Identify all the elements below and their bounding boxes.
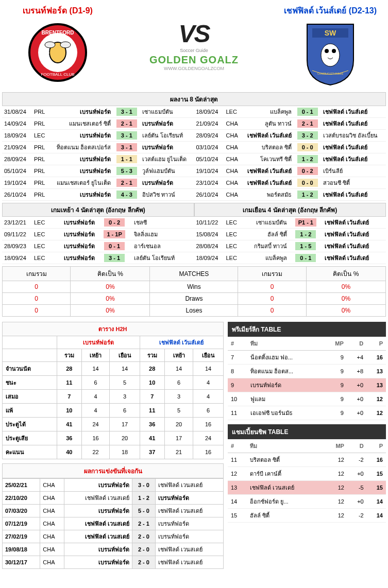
- standings-row: 7 น็อตติ้งแฮม ฟอ... 9 +4 16: [228, 351, 386, 365]
- meeting-score: 2 - 0: [132, 530, 155, 543]
- svg-text:FOOTBALL CLUB: FOOTBALL CLUB: [41, 72, 74, 77]
- match-home: ท็อตแนม ฮ็อตสเปอร์ส: [48, 142, 113, 153]
- h2h-val: 11: [57, 376, 81, 390]
- h2h-row: จำนวนนัด281414281414: [3, 362, 224, 376]
- match-comp: LEC: [32, 217, 48, 229]
- match-date: 23/10/24: [194, 177, 224, 189]
- match-comp: PRL: [32, 142, 48, 153]
- match-comp: LEC: [224, 106, 241, 118]
- away-team-name: เชฟฟิลด์ เว้นส์เดย์ (D2-13): [279, 4, 382, 17]
- match-row: 18/09/24 LEC เบรนท์ฟอร์ด 3 - 1 เลย์ตัน โ…: [2, 252, 194, 264]
- match-row: 18/09/24 LEC แบล็คพูล 0 - 1 เชฟฟิลด์ เว้…: [194, 106, 386, 118]
- match-score-cell: 0 - 0: [294, 177, 321, 189]
- h2h-val: 11: [140, 404, 164, 418]
- standings-pos: 13: [228, 481, 247, 495]
- standings-d: +0: [347, 392, 366, 406]
- meeting-away: เบรนท์ฟอร์ด: [155, 492, 223, 505]
- h2h-home-name: เบรนท์ฟอร์ด: [57, 336, 140, 349]
- svg-text:SW: SW: [325, 29, 336, 37]
- match-score-cell: 0 - 0: [294, 142, 321, 153]
- match-comp: LEC: [32, 130, 48, 142]
- match-date: 09/11/22: [2, 229, 32, 240]
- match-score: 5 - 3: [116, 167, 137, 175]
- h2h-val: 7: [57, 390, 81, 404]
- h2h-row: แพ้10461156: [3, 404, 224, 418]
- match-score-cell: 1 - 1P: [97, 229, 132, 240]
- standings-pos: 9: [228, 378, 247, 392]
- match-home: เชฟฟิลด์ เว้นส์เดย์: [241, 177, 294, 189]
- match-home: เบรนท์ฟอร์ด: [48, 229, 97, 240]
- meeting-home: เชฟฟิลด์ เวนสเดย์: [64, 530, 132, 543]
- match-row: 10/11/22 LEC เซาแธมป์ตัน P1 - 1 เชฟฟิลด์…: [194, 217, 386, 229]
- match-score: 3 - 1: [116, 108, 137, 116]
- match-date: 19/10/24: [194, 165, 224, 177]
- standings-p: 15: [367, 467, 386, 481]
- standings-col-pos: #: [228, 337, 247, 351]
- brand-sub: WWW.GOLDENGOALZCOM: [109, 66, 279, 71]
- svg-text:BRENTFORD: BRENTFORD: [42, 30, 74, 36]
- match-row: 28/09/23 LEC เบรนท์ฟอร์ด 0 - 1 อาร์เซนอล: [2, 240, 194, 252]
- standings-title: แชมเปี้ยนชิพ TABLE: [228, 424, 386, 439]
- match-score: 0 - 1: [295, 254, 316, 262]
- match-away: เชฟฟิลด์ เว้นส์เดย์: [323, 252, 386, 264]
- standings-p: 12: [366, 406, 386, 420]
- standings-mp: 12: [325, 481, 347, 495]
- h2h-col: รวม: [57, 349, 81, 362]
- meeting-away: เชฟฟิลด์ เวนสเดย์: [155, 543, 223, 556]
- standings-mp: 9: [324, 406, 346, 420]
- standings-pos: 12: [228, 467, 247, 481]
- match-comp: CHA: [224, 177, 241, 189]
- wdl-section: เกมรวม คิดเป็น % MATCHES เกมรวม คิดเป็น …: [2, 266, 386, 317]
- standings-col-d: D: [347, 337, 366, 351]
- match-away: เชฟฟิลด์ เว้นส์เดย์: [321, 153, 386, 165]
- h2h-val: 4: [81, 390, 110, 404]
- svg-point-12: [325, 49, 329, 53]
- match-row: 23/12/21 LEC เบรนท์ฟอร์ด 0 - 2 เชลซี: [2, 217, 194, 229]
- match-comp: LEC: [32, 240, 48, 252]
- wdl-col-pct-h: คิดเป็น %: [71, 267, 150, 281]
- standings-p: 15: [367, 481, 386, 495]
- standings-d: +4: [347, 351, 366, 365]
- match-date: 18/09/24: [194, 252, 224, 264]
- match-away: เวสต์แฮม ยูไนเต็ด: [140, 153, 194, 165]
- standings-row: 11 เอเอฟซี บอร์นมัธ 9 +0 12: [228, 406, 386, 420]
- standings-table: # ทีม MP D P 7 น็อตติ้งแฮม ฟอ... 9 +4 16…: [228, 337, 386, 420]
- h2h-val: 18: [110, 445, 140, 459]
- standings-row: 8 ท็อตแนม ฮ็อตส... 9 +8 13: [228, 365, 386, 378]
- standings-team: เบรนท์ฟอร์ด: [247, 378, 324, 392]
- standings-d: +0: [347, 378, 366, 392]
- meeting-home: เบรนท์ฟอร์ด: [64, 479, 132, 492]
- meeting-home: เบรนท์ฟอร์ด: [64, 505, 132, 517]
- h2h-row-label: จำนวนนัด: [3, 362, 57, 376]
- h2h-val: 41: [57, 418, 81, 431]
- match-score: 2 - 1: [116, 119, 137, 128]
- h2h-val: 22: [81, 445, 110, 459]
- wdl-col-pct-a: คิดเป็น %: [306, 267, 385, 281]
- match-score: 3 - 1: [104, 254, 125, 262]
- match-away: เชฟฟิลด์ เว้นส์เดย์: [321, 189, 386, 201]
- match-score-cell: 3 - 1: [97, 252, 132, 264]
- h2h-val: 14: [81, 362, 110, 376]
- wdl-table: เกมรวม คิดเป็น % MATCHES เกมรวม คิดเป็น …: [2, 266, 386, 317]
- home-crest: BRENTFORDFOOTBALL CLUB1889: [24, 19, 91, 86]
- h2h-val: 36: [140, 418, 164, 431]
- meeting-away: เชฟฟิลด์ เวนสเดย์: [155, 505, 223, 517]
- match-comp: LEC: [32, 229, 48, 240]
- match-score-cell: 1 - 2: [289, 229, 323, 240]
- match-row: 21/09/24 PRL ท็อตแนม ฮ็อตสเปอร์ส 3 - 1 เ…: [2, 142, 194, 153]
- standings-col-d: D: [347, 439, 367, 453]
- h2h-val: 36: [57, 431, 81, 445]
- wdl-home-pct: 0%: [71, 305, 150, 317]
- match-home: โคเวนทรี ซิตี้: [241, 153, 294, 165]
- cup-away-title: เกมเยือน 4 นัดล่าสุด (อังกฤษ ลีกคัพ): [194, 203, 386, 217]
- match-away: เลย์ตัน โอเรียนท์: [140, 130, 194, 142]
- svg-point-5: [45, 42, 55, 48]
- match-score-cell: 3 - 1: [113, 130, 140, 142]
- standings-col-p: P: [366, 337, 386, 351]
- standings-p: 13: [366, 365, 386, 378]
- standings-title: พรีเมียร์ลีก TABLE: [228, 322, 386, 337]
- match-home: เบรนท์ฟอร์ด: [48, 165, 113, 177]
- center-block: VS Soccer Guide GOLDEN GOALZ WWW.GOLDENG…: [109, 4, 279, 71]
- match-row: 19/10/24 PRL แมนเชสเตอร์ ยูไนเต็ด 2 - 1 …: [2, 177, 194, 189]
- match-date: 18/09/24: [2, 130, 32, 142]
